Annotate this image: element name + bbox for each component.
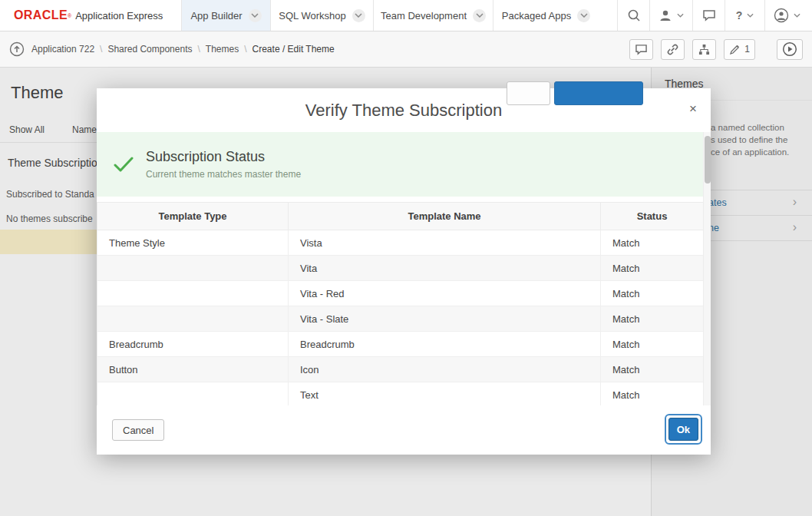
filter-tab-show-all[interactable]: Show All — [9, 124, 45, 135]
chevron-down-icon — [677, 13, 684, 18]
registered-mark: ® — [68, 13, 71, 18]
help-icon: ? — [736, 9, 743, 22]
sidebar-description-line: ce of an application. — [711, 146, 789, 158]
dialog-body: Subscription Status Current theme matche… — [97, 132, 711, 405]
page-toolbar: 1 — [629, 39, 803, 60]
filter-tab-name[interactable]: Name — [72, 124, 97, 135]
cell-template-name: Vita - Red — [289, 281, 601, 306]
chevron-down-icon — [577, 9, 590, 22]
page-primary-button[interactable] — [554, 81, 643, 105]
hierarchy-icon — [698, 44, 711, 55]
check-icon — [114, 157, 134, 173]
user-icon — [774, 8, 789, 23]
breadcrumb-item-themes[interactable]: Themes — [206, 44, 239, 55]
hierarchy-toolbar-button[interactable] — [692, 39, 716, 60]
cell-status: Match — [601, 332, 704, 357]
administration-menu[interactable] — [649, 0, 692, 31]
breadcrumb-item-application[interactable]: Application 722 — [31, 44, 94, 55]
search-button[interactable] — [617, 0, 649, 31]
cell-template-type: Theme Style — [97, 230, 289, 256]
up-arrow-icon[interactable] — [9, 41, 25, 57]
tab-sql-workshop[interactable]: SQL Workshop — [270, 0, 373, 31]
help-menu[interactable]: ? — [725, 0, 764, 31]
chevron-down-icon — [352, 9, 365, 22]
cell-template-name: Text — [289, 382, 601, 406]
theme-subscription-heading: Theme Subscription — [8, 157, 104, 169]
cell-status: Match — [601, 281, 704, 306]
page-header-buttons — [507, 81, 643, 105]
cell-template-type: Breadcrumb — [97, 332, 289, 357]
table-row: Vita - Red Match — [97, 281, 704, 306]
breadcrumb-bar: Application 722 \ Shared Components \ Th… — [0, 31, 812, 68]
breadcrumb-item-shared-components[interactable]: Shared Components — [107, 44, 192, 55]
edit-page-number: 1 — [744, 44, 750, 55]
cell-template-type: Button — [97, 357, 289, 382]
product-name: Application Express — [75, 10, 163, 22]
column-header-template-name: Template Name — [289, 203, 601, 230]
chat-icon — [702, 9, 716, 22]
sidebar-description-line: s used to define the — [711, 134, 789, 146]
shortcut-toolbar-button[interactable] — [661, 39, 685, 60]
edit-page-button[interactable]: 1 — [724, 39, 755, 60]
status-text-block: Subscription Status Current theme matche… — [146, 149, 301, 180]
report-filter-tabs: Show All Name — [9, 124, 97, 135]
verify-theme-subscription-dialog: Verify Theme Subscription × Subscription… — [97, 88, 711, 455]
tab-label: App Builder — [190, 10, 242, 22]
feedback-button[interactable] — [692, 0, 725, 31]
cell-status: Match — [601, 256, 704, 281]
cell-template-type — [97, 382, 289, 406]
topnav-actions: ? — [617, 0, 812, 31]
cell-template-type — [97, 306, 289, 332]
status-heading: Subscription Status — [146, 149, 301, 165]
ok-button-focus-ring: Ok — [665, 414, 702, 445]
cell-status: Match — [601, 306, 704, 332]
table-row: Breadcrumb Breadcrumb Match — [97, 332, 704, 357]
page-secondary-button[interactable] — [507, 81, 550, 105]
tab-label: Team Development — [381, 10, 467, 22]
feedback-icon — [635, 44, 648, 55]
chevron-down-icon — [747, 13, 754, 18]
cell-template-name: Vita - Slate — [289, 306, 601, 332]
status-subtitle: Current theme matches master theme — [146, 169, 301, 180]
link-icon — [666, 43, 679, 56]
run-application-button[interactable] — [777, 39, 803, 60]
chevron-right-icon: › — [793, 195, 797, 209]
oracle-logo: ORACLE® Application Express — [0, 0, 181, 31]
table-row: Vita - Slate Match — [97, 306, 704, 332]
cancel-button[interactable]: Cancel — [112, 419, 164, 441]
chevron-down-icon — [249, 9, 262, 22]
no-themes-text: No themes subscribe — [6, 213, 93, 224]
cell-template-type — [97, 256, 289, 281]
cell-template-name: Vista — [289, 230, 601, 256]
template-verification-table: Template Type Template Name Status Theme… — [97, 202, 704, 405]
breadcrumb-separator: \ — [244, 44, 246, 55]
tab-team-development[interactable]: Team Development — [373, 0, 493, 31]
feedback-toolbar-button[interactable] — [629, 39, 653, 60]
ok-button[interactable]: Ok — [668, 418, 698, 441]
user-menu[interactable] — [764, 0, 809, 31]
close-icon[interactable]: × — [689, 101, 697, 117]
subscription-status-banner: Subscription Status Current theme matche… — [97, 132, 703, 197]
subscription-status-text: Subscribed to Standa — [6, 189, 94, 200]
cell-template-type — [97, 281, 289, 306]
sidebar-description-line: a named collection — [711, 121, 789, 134]
oracle-wordmark: ORACLE — [14, 8, 68, 22]
tab-app-builder[interactable]: App Builder — [181, 0, 270, 31]
column-header-status: Status — [601, 203, 704, 230]
chevron-down-icon — [473, 9, 486, 22]
run-icon — [782, 41, 797, 57]
cell-template-name: Breadcrumb — [289, 332, 601, 357]
admin-user-icon — [659, 8, 672, 22]
cell-status: Match — [601, 230, 704, 256]
table-row: Text Match — [97, 382, 704, 406]
scrollbar[interactable] — [703, 132, 711, 405]
scrollbar-thumb[interactable] — [705, 136, 711, 184]
breadcrumb-separator: \ — [197, 44, 200, 55]
search-icon — [627, 8, 641, 22]
dialog-footer: Cancel Ok — [97, 405, 711, 455]
breadcrumb-item-current: Create / Edit Theme — [253, 44, 335, 55]
column-header-template-type: Template Type — [97, 203, 289, 230]
tab-packaged-apps[interactable]: Packaged Apps — [493, 0, 599, 31]
table-row: Theme Style Vista Match — [97, 230, 704, 256]
breadcrumb-separator: \ — [100, 44, 102, 55]
